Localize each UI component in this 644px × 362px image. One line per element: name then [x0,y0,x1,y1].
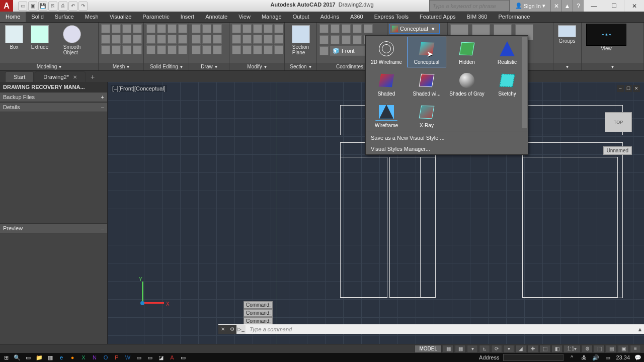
vs-shaded[interactable]: Shaded [367,68,406,99]
qat-plot-icon[interactable]: ⎙ [58,2,67,11]
outlook-icon[interactable]: O [102,353,110,361]
sign-in-button[interactable]: 👤 Sign In ▾ [510,0,550,12]
status-menu-icon[interactable]: ≡ [630,345,641,353]
tab-parametric[interactable]: Parametric [137,12,175,22]
status-grid-icon[interactable]: ▦ [443,345,454,353]
minus-icon[interactable]: – [101,225,104,231]
tray-notif-icon[interactable]: 💬 [634,353,642,361]
onenote-icon[interactable]: N [91,353,99,361]
vs-realistic[interactable]: Realistic [488,37,527,67]
panel-title-view[interactable]: ▾ [582,63,643,70]
status-icon5[interactable]: ⬚ [594,345,605,353]
tab-home[interactable]: Home [0,12,26,22]
preview-section[interactable]: Preview– [0,223,107,233]
tab-view[interactable]: View [233,12,256,22]
command-line[interactable]: ✕ ⚙ ▷_ Type a command ▲ [218,324,644,334]
file-tab-start[interactable]: Start [5,71,34,82]
ucs-icon[interactable]: XY [130,282,157,309]
explorer-icon[interactable]: 📁 [35,353,43,361]
tab-visualize[interactable]: Visualize [104,12,137,22]
help-search-input[interactable] [429,0,510,12]
taskview-icon[interactable]: ▭ [24,353,32,361]
new-tab-button[interactable]: + [87,72,97,82]
excel-icon[interactable]: X [79,353,88,361]
panel-title-modeling[interactable]: Modeling ▾ [0,63,98,70]
status-scale[interactable]: 1:1▾ [564,345,581,353]
qat-saveas-icon[interactable]: ⎘ [48,2,57,11]
tray-network-icon[interactable]: 🖧 [580,353,588,361]
tray-chevron-icon[interactable]: ^ [568,353,576,361]
vs-wireframe[interactable]: Wireframe [367,100,406,131]
ucs-front-select[interactable]: 🧊 Front [330,46,368,56]
search-icon[interactable]: 🔍 [13,353,21,361]
tab-insert[interactable]: Insert [175,12,200,22]
app-icon5[interactable]: ▭ [179,353,187,361]
vs-shades-gray[interactable]: Shades of Gray [447,68,487,99]
tab-performance[interactable]: Performance [493,12,535,22]
status-gear-icon[interactable]: ⚙ [582,345,593,353]
help-icon[interactable]: ? [573,0,584,12]
tab-output[interactable]: Output [287,12,315,22]
tab-solid[interactable]: Solid [26,12,49,22]
exchange-icon[interactable]: ✕ [550,0,561,12]
status-dropdown-icon[interactable]: ▾ [467,345,478,353]
tab-featured[interactable]: Featured Apps [414,12,461,22]
minus-icon[interactable]: – [101,104,104,110]
status-icon[interactable]: ▾ [503,345,514,353]
visual-style-dropdown[interactable]: Conceptual ▾ [389,24,440,34]
tray-volume-icon[interactable]: 🔊 [592,353,600,361]
tab-express[interactable]: Express Tools [369,12,414,22]
qat-open-icon[interactable]: ▣ [28,2,37,11]
qat-new-icon[interactable]: ▭ [18,2,27,11]
tab-bim360[interactable]: BIM 360 [461,12,493,22]
app-icon3[interactable]: ▭ [146,353,154,361]
status-ortho-icon[interactable]: ⊾ [479,345,490,353]
app-icon[interactable]: ▦ [46,353,54,361]
panel-title-mesh[interactable]: Mesh ▾ [99,63,143,70]
maximize-button[interactable]: ☐ [604,0,624,12]
close-button[interactable]: ✕ [624,0,644,12]
tab-a360[interactable]: A360 [345,12,369,22]
tab-surface[interactable]: Surface [49,12,79,22]
panel-title-draw[interactable]: Draw ▾ [189,63,229,70]
smooth-object-button[interactable]: Smooth Object [58,24,86,55]
status-snap-icon[interactable]: ▦ [455,345,466,353]
panel-title-modify[interactable]: Modify ▾ [229,63,284,70]
file-tab-drawing[interactable]: Drawing2*✕ [35,71,86,82]
tray-lang-icon[interactable]: ▭ [604,353,612,361]
tray-clock[interactable]: 23.34 [616,354,630,360]
vs-manager[interactable]: Visual Styles Manager... [366,143,528,154]
app-icon2[interactable]: ▭ [135,353,143,361]
status-max-icon[interactable]: ▣ [618,345,629,353]
panel-title-groups[interactable]: ▾ [553,63,581,70]
view-unnamed-button[interactable]: Unnamed [603,146,632,155]
address-input[interactable] [503,354,564,361]
edge-icon[interactable]: e [57,353,65,361]
status-iso-icon[interactable]: ◢ [515,345,526,353]
cmd-customize-icon[interactable]: ⚙ [227,325,236,334]
details-section[interactable]: Details– [0,102,107,112]
word-icon[interactable]: W [124,353,132,361]
vs-hidden[interactable]: Hidden [447,37,487,67]
status-icon4[interactable]: ◧ [551,345,562,353]
status-model[interactable]: MODEL [415,345,442,353]
tab-annotate[interactable]: Annotate [200,12,233,22]
vs-2d-wireframe[interactable]: 2D Wireframe [367,37,406,67]
viewcube[interactable]: TOP [605,112,632,132]
section-plane-button[interactable]: Section Plane [287,24,314,55]
app-logo[interactable]: A [0,0,13,12]
qat-redo-icon[interactable]: ↷ [78,2,88,11]
close-tab-icon[interactable]: ✕ [73,74,77,80]
panel-title-solid-editing[interactable]: Solid Editing ▾ [144,63,189,70]
firefox-icon[interactable]: ● [68,353,76,361]
cmd-close-icon[interactable]: ✕ [218,325,227,334]
status-icon3[interactable]: ⬚ [539,345,550,353]
command-input[interactable]: Type a command [246,326,292,332]
status-icon2[interactable]: ✚ [527,345,538,353]
backup-files-section[interactable]: Backup Files+ [0,92,107,102]
vs-save-new[interactable]: Save as a New Visual Style ... [366,132,528,143]
tab-addins[interactable]: Add-ins [315,12,345,22]
vs-xray[interactable]: X-Ray [407,100,446,131]
minimize-button[interactable]: — [584,0,604,12]
status-icon6[interactable]: ▤ [606,345,617,353]
